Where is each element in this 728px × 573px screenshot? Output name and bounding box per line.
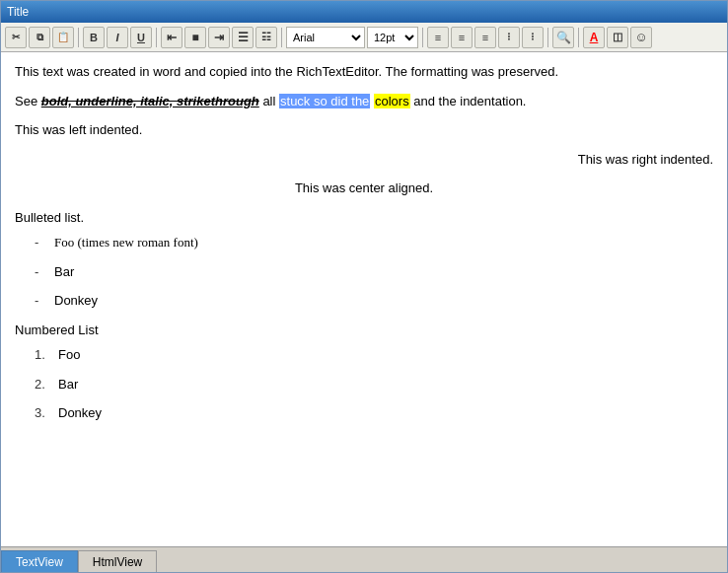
list-item: 1. Foo bbox=[15, 345, 713, 365]
separator-3 bbox=[281, 28, 282, 47]
align-left-button[interactable]: ⇤ bbox=[161, 27, 182, 48]
window-title: Title bbox=[7, 5, 29, 19]
separator-4 bbox=[422, 28, 423, 47]
bullet-dash: - bbox=[35, 233, 54, 252]
align-right-button[interactable]: ⇥ bbox=[208, 27, 230, 48]
underline-icon: U bbox=[137, 32, 145, 43]
title-bar: Title bbox=[1, 1, 727, 23]
editor-content[interactable]: This text was created in word and copied… bbox=[1, 52, 727, 546]
align-left2-button[interactable]: ≡ bbox=[427, 27, 449, 48]
intro-text: This text was created in word and copied… bbox=[15, 64, 558, 79]
bulleted-item-text: Bar bbox=[54, 262, 713, 282]
center-aligned-text: This was center aligned. bbox=[295, 180, 433, 195]
search-button[interactable]: 🔍 bbox=[552, 27, 574, 48]
align-left2-icon: ≡ bbox=[435, 32, 441, 43]
bold-button[interactable]: B bbox=[83, 27, 105, 48]
numbered-item-text: Foo bbox=[58, 345, 80, 365]
numbered2-button[interactable]: ⁝ bbox=[522, 27, 544, 48]
editor-area: This text was created in word and copied… bbox=[1, 52, 727, 546]
font-color-button[interactable]: A bbox=[583, 27, 605, 48]
bulleted-item-text: Donkey bbox=[54, 291, 713, 311]
align-center-button[interactable]: ■ bbox=[184, 27, 206, 48]
numbered2-icon: ⁝ bbox=[531, 31, 535, 43]
align-center2-icon: ≡ bbox=[459, 32, 465, 43]
list-item: - Bar bbox=[15, 262, 713, 282]
emoji-button[interactable]: ☺ bbox=[630, 27, 652, 48]
separator-2 bbox=[156, 28, 157, 47]
highlight-yellow-text: colors bbox=[374, 94, 410, 108]
emoji-icon: ☺ bbox=[634, 30, 647, 44]
numbered-list-label: Numbered List bbox=[15, 321, 713, 340]
separator-1 bbox=[78, 28, 79, 47]
main-window: Title ✂ ⧉ 📋 B I U ⇤ ■ ⇥ bbox=[0, 0, 728, 573]
italic-button[interactable]: I bbox=[107, 27, 128, 48]
right-indented-paragraph: This was right indented. bbox=[15, 150, 713, 170]
copy-button[interactable]: ⧉ bbox=[29, 27, 50, 48]
tab-bar: TextView HtmlView bbox=[1, 546, 727, 572]
align-center-icon: ■ bbox=[191, 31, 198, 44]
search-icon: 🔍 bbox=[556, 31, 571, 44]
left-indented-paragraph: This was left indented. bbox=[15, 120, 713, 140]
bullet-dash: - bbox=[35, 291, 54, 311]
font-color-icon: A bbox=[590, 31, 599, 44]
align-center2-button[interactable]: ≡ bbox=[451, 27, 473, 48]
font-selector[interactable]: Arial Times New Roman Courier New bbox=[286, 27, 365, 48]
separator-5 bbox=[547, 28, 548, 47]
toolbar: ✂ ⧉ 📋 B I U ⇤ ■ ⇥ ☰ ☷ bbox=[1, 23, 727, 52]
numbered-item-text: Donkey bbox=[58, 403, 102, 423]
underline-button[interactable]: U bbox=[130, 27, 152, 48]
bullet-list-icon: ☰ bbox=[238, 31, 249, 44]
number-label: 3. bbox=[35, 403, 58, 423]
align-right2-icon: ≡ bbox=[482, 32, 488, 43]
align-left-icon: ⇤ bbox=[167, 31, 177, 44]
bullet-list-button[interactable]: ☰ bbox=[232, 27, 254, 48]
center-aligned-paragraph: This was center aligned. bbox=[15, 179, 713, 198]
formatting-suffix: and the indentation. bbox=[410, 94, 527, 108]
bullet-dash: - bbox=[35, 262, 54, 282]
separator-6 bbox=[578, 28, 579, 47]
highlight-blue-text: stuck so did the bbox=[279, 94, 370, 108]
bold-icon: B bbox=[90, 32, 98, 43]
tab-htmlview[interactable]: HtmlView bbox=[78, 550, 157, 572]
list-item: - Donkey bbox=[15, 291, 713, 311]
bulleted-list-label: Bulleted list. bbox=[15, 208, 713, 228]
numbered-item-text: Bar bbox=[58, 375, 78, 394]
align-right2-button[interactable]: ≡ bbox=[474, 27, 496, 48]
formatting-middle: all bbox=[259, 94, 279, 108]
cut-button[interactable]: ✂ bbox=[5, 27, 27, 48]
cut-icon: ✂ bbox=[12, 33, 20, 42]
bulleted-item-text: Foo (times new roman font) bbox=[54, 233, 713, 252]
left-indented-text: This was left indented. bbox=[15, 122, 142, 137]
numbered-list-icon: ☷ bbox=[261, 31, 271, 43]
paste-button[interactable]: 📋 bbox=[52, 27, 74, 48]
numbered-list-button[interactable]: ☷ bbox=[255, 27, 277, 48]
tab-textview[interactable]: TextView bbox=[1, 550, 78, 572]
right-indented-text: This was right indented. bbox=[578, 152, 713, 167]
copy-icon: ⧉ bbox=[36, 33, 43, 42]
number-label: 2. bbox=[35, 375, 58, 394]
size-selector[interactable]: 12pt 10pt 14pt 16pt bbox=[367, 27, 418, 48]
italic-icon: I bbox=[115, 32, 118, 43]
bold-text: bold, underline, italic, strikethrough bbox=[41, 94, 259, 108]
number-label: 1. bbox=[35, 345, 58, 365]
highlight-icon: ◫ bbox=[613, 31, 622, 43]
list-item: 2. Bar bbox=[15, 375, 713, 394]
formatting-paragraph: See bold, underline, italic, strikethrou… bbox=[15, 92, 713, 111]
bullet2-icon: ⁝ bbox=[507, 31, 511, 43]
paste-icon: 📋 bbox=[57, 33, 69, 42]
bullet2-button[interactable]: ⁝ bbox=[498, 27, 520, 48]
intro-paragraph: This text was created in word and copied… bbox=[15, 62, 713, 82]
formatting-prefix: See bbox=[15, 94, 41, 108]
highlight-button[interactable]: ◫ bbox=[607, 27, 628, 48]
list-item: 3. Donkey bbox=[15, 403, 713, 423]
list-item: - Foo (times new roman font) bbox=[15, 233, 713, 252]
align-right-icon: ⇥ bbox=[214, 31, 224, 44]
